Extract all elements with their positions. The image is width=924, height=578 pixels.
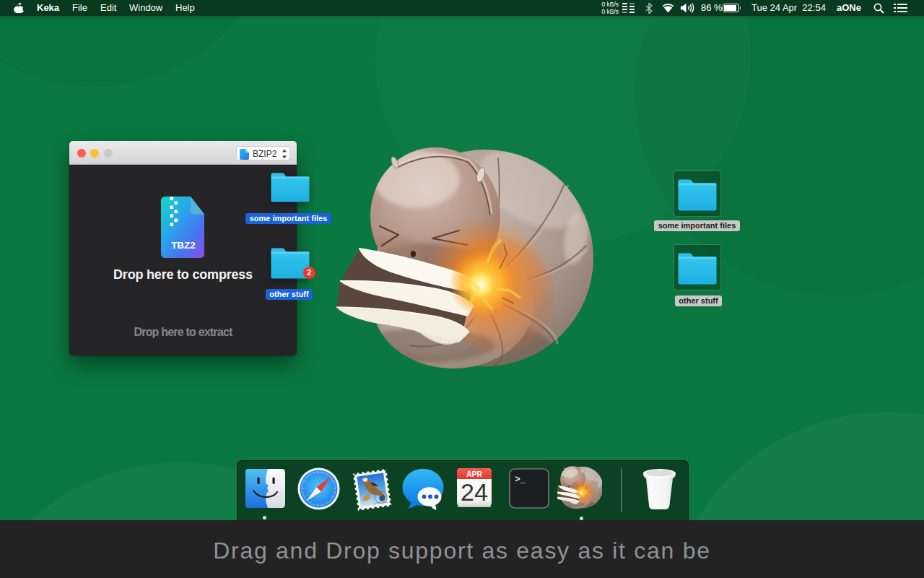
svg-text:APR: APR [466, 470, 483, 478]
svg-text:>_: >_ [515, 474, 526, 485]
svg-text:TBZ2: TBZ2 [171, 240, 196, 251]
svg-text:24: 24 [461, 478, 488, 506]
